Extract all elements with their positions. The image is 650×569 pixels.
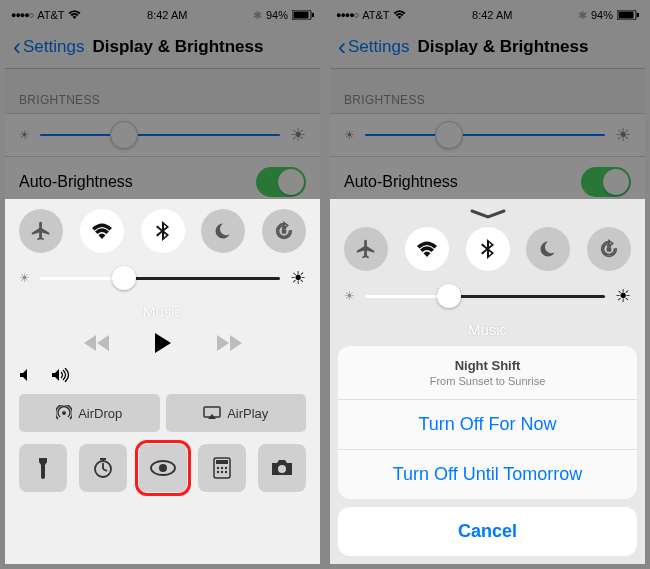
svg-point-4 bbox=[62, 411, 66, 415]
bluetooth-icon: ✱ bbox=[578, 9, 587, 22]
handle-row[interactable] bbox=[344, 209, 631, 219]
cancel-button[interactable]: Cancel bbox=[338, 507, 637, 556]
app-shortcut-row bbox=[19, 444, 306, 492]
rotation-lock-toggle[interactable] bbox=[262, 209, 306, 253]
battery-icon bbox=[617, 10, 639, 20]
volume-low-icon bbox=[19, 368, 31, 382]
airdrop-button[interactable]: AirDrop bbox=[19, 394, 160, 432]
sheet-header: Night Shift From Sunset to Sunrise bbox=[338, 346, 637, 400]
wifi-toggle[interactable] bbox=[80, 209, 124, 253]
timer-button[interactable] bbox=[79, 444, 127, 492]
cc-brightness-slider[interactable] bbox=[40, 277, 280, 280]
svg-point-17 bbox=[225, 471, 227, 473]
battery-percent: 94% bbox=[591, 9, 613, 21]
play-button[interactable] bbox=[153, 332, 173, 354]
auto-brightness-label: Auto-Brightness bbox=[19, 173, 133, 191]
toggle-row bbox=[344, 227, 631, 271]
sun-large-icon: ☀ bbox=[290, 124, 306, 146]
volume-slider-row bbox=[19, 368, 306, 382]
battery-icon bbox=[292, 10, 314, 20]
airplane-toggle[interactable] bbox=[19, 209, 63, 253]
back-label: Settings bbox=[23, 37, 84, 57]
sun-small-icon: ☀ bbox=[19, 128, 30, 142]
back-button[interactable]: ‹ Settings bbox=[13, 35, 84, 59]
slider-knob[interactable] bbox=[110, 121, 138, 149]
sheet-options-group: Night Shift From Sunset to Sunrise Turn … bbox=[338, 346, 637, 499]
chevron-down-icon bbox=[470, 209, 506, 219]
cc-brightness-slider-row: ☀ ☀ bbox=[344, 285, 631, 307]
carrier: AT&T bbox=[362, 9, 389, 21]
brightness-slider[interactable] bbox=[365, 134, 605, 136]
camera-button[interactable] bbox=[258, 444, 306, 492]
svg-rect-7 bbox=[100, 458, 106, 460]
nav-bar: ‹ Settings Display & Brightness bbox=[5, 25, 320, 69]
sun-large-icon: ☀ bbox=[615, 285, 631, 307]
screenshot-left: ●●●●○ AT&T 8:42 AM ✱ 94% ‹ Settings Disp… bbox=[5, 5, 320, 564]
svg-rect-11 bbox=[216, 460, 228, 464]
svg-point-14 bbox=[225, 467, 227, 469]
svg-rect-20 bbox=[619, 12, 634, 19]
svg-point-13 bbox=[221, 467, 223, 469]
dnd-toggle[interactable] bbox=[201, 209, 245, 253]
forward-button[interactable] bbox=[215, 334, 243, 352]
brightness-section-label: BRIGHTNESS bbox=[330, 69, 645, 113]
wifi-toggle[interactable] bbox=[405, 227, 449, 271]
svg-rect-2 bbox=[312, 13, 314, 17]
control-center: ☀ ☀ Music bbox=[5, 199, 320, 564]
auto-brightness-toggle[interactable] bbox=[581, 167, 631, 197]
screenshot-right: ●●●●○ AT&T 8:42 AM ✱ 94% ‹ Settings Disp… bbox=[330, 5, 645, 564]
share-row: AirDrop AirPlay bbox=[19, 394, 306, 432]
slider-knob[interactable] bbox=[435, 121, 463, 149]
airplay-icon bbox=[203, 406, 221, 420]
signal-dots: ●●●●○ bbox=[11, 10, 33, 20]
airplay-label: AirPlay bbox=[227, 406, 268, 421]
airplane-toggle[interactable] bbox=[344, 227, 388, 271]
brightness-slider-row: ☀ ☀ bbox=[330, 113, 645, 157]
back-label: Settings bbox=[348, 37, 409, 57]
music-label: Music bbox=[344, 321, 631, 338]
sheet-title: Night Shift bbox=[350, 358, 625, 373]
rewind-button[interactable] bbox=[83, 334, 111, 352]
wifi-icon bbox=[68, 10, 81, 20]
airplay-button[interactable]: AirPlay bbox=[166, 394, 307, 432]
page-title: Display & Brightness bbox=[92, 37, 263, 57]
signal-dots: ●●●●○ bbox=[336, 10, 358, 20]
calculator-button[interactable] bbox=[198, 444, 246, 492]
clock: 8:42 AM bbox=[472, 9, 512, 21]
playback-controls bbox=[19, 332, 306, 354]
svg-point-12 bbox=[217, 467, 219, 469]
carrier: AT&T bbox=[37, 9, 64, 21]
toggle-row bbox=[19, 209, 306, 253]
sun-small-icon: ☀ bbox=[19, 271, 30, 285]
bluetooth-toggle[interactable] bbox=[141, 209, 185, 253]
svg-rect-3 bbox=[282, 229, 287, 234]
bluetooth-toggle[interactable] bbox=[466, 227, 510, 271]
music-label: Music bbox=[19, 303, 306, 320]
wifi-icon bbox=[393, 10, 406, 20]
status-bar: ●●●●○ AT&T 8:42 AM ✱ 94% bbox=[330, 5, 645, 25]
page-title: Display & Brightness bbox=[417, 37, 588, 57]
sheet-subtitle: From Sunset to Sunrise bbox=[350, 375, 625, 387]
sun-small-icon: ☀ bbox=[344, 128, 355, 142]
back-button[interactable]: ‹ Settings bbox=[338, 35, 409, 59]
brightness-slider[interactable] bbox=[40, 134, 280, 136]
flashlight-button[interactable] bbox=[19, 444, 67, 492]
cc-brightness-slider[interactable] bbox=[365, 295, 605, 298]
turn-off-tomorrow-button[interactable]: Turn Off Until Tomorrow bbox=[338, 450, 637, 499]
dnd-toggle[interactable] bbox=[526, 227, 570, 271]
night-shift-button[interactable] bbox=[139, 444, 187, 492]
svg-point-16 bbox=[221, 471, 223, 473]
rotation-lock-toggle[interactable] bbox=[587, 227, 631, 271]
night-shift-action-sheet: Night Shift From Sunset to Sunrise Turn … bbox=[338, 346, 637, 556]
chevron-left-icon: ‹ bbox=[13, 35, 21, 59]
turn-off-now-button[interactable]: Turn Off For Now bbox=[338, 400, 637, 450]
svg-point-15 bbox=[217, 471, 219, 473]
svg-rect-1 bbox=[294, 12, 309, 19]
chevron-left-icon: ‹ bbox=[338, 35, 346, 59]
battery-percent: 94% bbox=[266, 9, 288, 21]
slider-knob[interactable] bbox=[112, 266, 136, 290]
auto-brightness-toggle[interactable] bbox=[256, 167, 306, 197]
cc-brightness-slider-row: ☀ ☀ bbox=[19, 267, 306, 289]
bluetooth-icon: ✱ bbox=[253, 9, 262, 22]
brightness-slider-row: ☀ ☀ bbox=[5, 113, 320, 157]
